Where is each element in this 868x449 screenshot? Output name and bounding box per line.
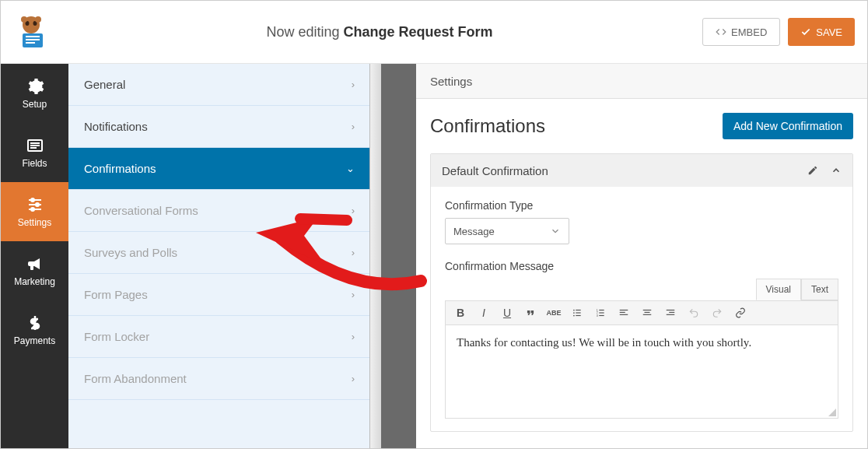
code-icon: [716, 26, 726, 37]
svg-point-4: [35, 16, 41, 23]
main-header: Settings: [416, 64, 867, 99]
svg-rect-36: [645, 312, 650, 313]
svg-point-20: [573, 310, 575, 311]
check-icon: [800, 26, 811, 37]
subnav-notifications[interactable]: Notifications ›: [68, 106, 370, 148]
editor-content[interactable]: Thanks for contacting us! We will be in …: [445, 325, 838, 419]
iconbar-label: Payments: [14, 335, 55, 346]
subnav-confirmations[interactable]: Confirmations ⌄: [68, 148, 370, 190]
iconbar: Setup Fields Settings Marketing Payments: [1, 64, 68, 448]
preview-gap: [381, 64, 416, 448]
chevron-down-icon: ⌄: [346, 163, 355, 174]
chevron-down-icon: [550, 226, 561, 237]
subnav-item-label: Notifications: [84, 120, 148, 133]
subnav-surveys-polls[interactable]: Surveys and Polls ›: [68, 232, 370, 274]
ul-button[interactable]: [570, 306, 584, 320]
strike-button[interactable]: ABE: [547, 306, 561, 320]
svg-point-21: [573, 312, 575, 314]
add-confirmation-button[interactable]: Add New Confirmation: [723, 113, 853, 139]
svg-rect-30: [599, 312, 604, 313]
svg-point-17: [36, 203, 39, 206]
svg-text:3: 3: [597, 314, 598, 317]
chevron-right-icon: ›: [352, 247, 355, 258]
editor-tab-text[interactable]: Text: [801, 279, 838, 300]
svg-point-16: [31, 198, 34, 202]
chevron-right-icon: ›: [352, 289, 355, 300]
confirmation-type-select[interactable]: Message: [445, 218, 569, 244]
gear-icon: [26, 77, 44, 96]
svg-rect-7: [26, 39, 40, 40]
align-left-button[interactable]: [617, 306, 631, 320]
svg-rect-37: [643, 314, 652, 315]
save-button[interactable]: SAVE: [788, 18, 855, 46]
subnav-item-label: General: [84, 78, 125, 91]
chevron-right-icon: ›: [352, 205, 355, 216]
topbar: Now editing Change Request Form EMBED SA…: [1, 1, 867, 64]
iconbar-marketing[interactable]: Marketing: [1, 241, 68, 300]
svg-point-3: [21, 16, 27, 23]
type-label: Confirmation Type: [445, 199, 838, 212]
iconbar-fields[interactable]: Fields: [1, 123, 68, 182]
panel-header[interactable]: Default Confirmation: [431, 154, 852, 187]
svg-rect-33: [620, 312, 625, 313]
subnav-item-label: Form Pages: [84, 288, 148, 301]
bullhorn-icon: [26, 254, 44, 273]
iconbar-settings[interactable]: Settings: [1, 182, 68, 241]
subnav-form-abandonment[interactable]: Form Abandonment ›: [68, 358, 370, 400]
subnav-item-label: Form Abandonment: [84, 372, 187, 385]
wpforms-logo: [13, 14, 49, 50]
underline-button[interactable]: U: [500, 306, 514, 320]
ol-button[interactable]: 123: [593, 306, 607, 320]
page-title: Now editing Change Request Form: [57, 24, 702, 40]
chevron-right-icon: ›: [352, 79, 355, 90]
svg-rect-34: [620, 314, 628, 315]
italic-button[interactable]: I: [477, 306, 491, 320]
svg-rect-29: [599, 310, 604, 310]
pencil-icon[interactable]: [807, 165, 818, 176]
svg-rect-6: [26, 36, 40, 37]
svg-rect-8: [26, 42, 35, 44]
message-label: Confirmation Message: [445, 260, 838, 272]
bold-button[interactable]: B: [453, 306, 467, 320]
iconbar-payments[interactable]: Payments: [1, 300, 68, 360]
svg-rect-23: [576, 310, 580, 310]
quote-button[interactable]: [523, 306, 537, 320]
svg-rect-24: [576, 312, 580, 313]
undo-button[interactable]: [687, 306, 701, 320]
svg-rect-39: [669, 312, 674, 313]
editor-toolbar: B I U ABE 123: [445, 300, 838, 325]
editor-tab-visual[interactable]: Visual: [756, 279, 801, 300]
align-right-button[interactable]: [663, 306, 677, 320]
iconbar-label: Setup: [23, 99, 47, 110]
subnav-item-label: Surveys and Polls: [84, 246, 177, 259]
dollar-icon: [26, 314, 44, 332]
svg-rect-35: [643, 310, 652, 310]
subnav-form-locker[interactable]: Form Locker ›: [68, 316, 370, 358]
scrollbar-thumb[interactable]: [371, 64, 380, 87]
chevron-right-icon: ›: [352, 331, 355, 342]
svg-point-18: [31, 208, 34, 211]
chevron-right-icon: ›: [352, 373, 355, 384]
iconbar-setup[interactable]: Setup: [1, 64, 68, 123]
main-title: Confirmations: [430, 115, 545, 137]
svg-rect-31: [599, 315, 604, 316]
settings-subnav: General › Notifications › Confirmations …: [68, 64, 381, 448]
embed-button[interactable]: EMBED: [702, 18, 780, 46]
panel-title: Default Confirmation: [442, 164, 548, 177]
redo-button[interactable]: [710, 306, 724, 320]
subnav-item-label: Confirmations: [84, 162, 156, 175]
main-panel: Settings Confirmations Add New Confirmat…: [416, 64, 867, 448]
subnav-item-label: Conversational Forms: [84, 204, 198, 217]
iconbar-label: Settings: [18, 217, 51, 228]
subnav-conversational-forms[interactable]: Conversational Forms ›: [68, 190, 370, 232]
sliders-icon: [26, 195, 44, 214]
list-icon: [26, 136, 44, 155]
svg-rect-25: [576, 315, 580, 316]
link-button[interactable]: [733, 306, 747, 320]
svg-rect-32: [620, 310, 628, 310]
svg-rect-40: [667, 314, 675, 315]
subnav-form-pages[interactable]: Form Pages ›: [68, 274, 370, 316]
align-center-button[interactable]: [640, 306, 654, 320]
subnav-general[interactable]: General ›: [68, 64, 370, 106]
chevron-up-icon[interactable]: [831, 165, 842, 176]
